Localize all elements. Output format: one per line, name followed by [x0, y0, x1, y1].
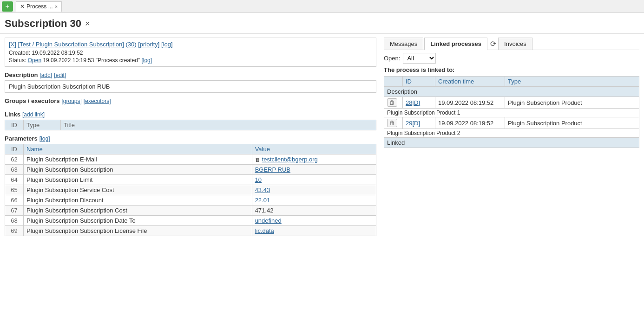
description-add-link[interactable]: [add]	[40, 72, 53, 78]
info-section: [X] [Test / Plugin Subscription Subscrip…	[5, 38, 376, 67]
linked-trash-cell: 🗑	[384, 97, 403, 109]
param-value-link[interactable]: 22.01	[255, 197, 270, 204]
linked-desc-row: Plugin Subscription Product 2	[384, 129, 639, 138]
right-panel: Messages Linked processes ⟳ Invoices Ope…	[384, 38, 639, 303]
param-value-link[interactable]: lic.data	[255, 227, 274, 234]
status-log[interactable]: [log]	[141, 57, 152, 64]
breadcrumb-30[interactable]: (30)	[126, 41, 137, 48]
param-value-link[interactable]: 10	[255, 176, 262, 183]
links-col-type: Type	[24, 120, 61, 130]
tab-label: Process ...	[26, 3, 53, 10]
breadcrumb-x[interactable]: [X]	[9, 41, 16, 48]
param-value: BGERP RUB	[252, 165, 376, 175]
refresh-button[interactable]: ⟳	[488, 39, 498, 48]
created-value: 19.09.2022 08:19:52	[32, 50, 83, 56]
links-label: Links [add link]	[5, 111, 376, 118]
param-name: Plugin Subscription Subscription License…	[24, 226, 252, 236]
description-label: Description [add] [edit]	[5, 71, 376, 78]
param-value: 10	[252, 175, 376, 185]
linked-id: 28[D]	[403, 97, 435, 109]
tab-messages[interactable]: Messages	[384, 38, 423, 50]
parameters-table: ID Name Value 62Plugin Subscription E-Ma…	[5, 144, 376, 236]
param-name: Plugin Subscription Service Cost	[24, 185, 252, 195]
param-name: Plugin Subscription Discount	[24, 195, 252, 206]
status-link[interactable]: Open	[28, 57, 41, 64]
table-row: 68Plugin Subscription Subscription Date …	[5, 216, 376, 226]
param-value: 471.42	[252, 206, 376, 216]
linked-description: Plugin Subscription Product 1	[384, 109, 639, 117]
linked-type: Plugin Subscription Product	[505, 97, 639, 109]
trash-icon[interactable]: 🗑	[255, 157, 260, 162]
param-value: 22.01	[252, 195, 376, 206]
created-label: Created:	[9, 50, 30, 56]
filter-label: Open:	[384, 55, 400, 62]
linked-desc-row: Plugin Subscription Product 1	[384, 109, 639, 117]
process-tab[interactable]: ✕ Process ... ×	[16, 1, 62, 12]
description-value: Plugin Subscription Subscription RUB	[5, 80, 376, 93]
table-row: 🗑29[D]19.09.2022 08:19:52Plugin Subscrip…	[384, 117, 639, 129]
param-name: Plugin Subscription Subscription	[24, 165, 252, 175]
param-value-link[interactable]: undefined	[255, 217, 282, 224]
table-row: 63Plugin Subscription SubscriptionBGERP …	[5, 165, 376, 175]
param-value: 43.43	[252, 185, 376, 195]
param-name: Plugin Subscription Subscription Date To	[24, 216, 252, 226]
linked-trash-button[interactable]: 🗑	[387, 119, 397, 127]
links-col-title: Title	[61, 120, 376, 130]
linked-section-linked: Linked	[384, 138, 639, 148]
links-table: ID Type Title	[5, 120, 376, 130]
description-edit-link[interactable]: [edit]	[54, 72, 66, 78]
param-name: Plugin Subscription E-Mail	[24, 154, 252, 165]
filter-select[interactable]: All Open Closed	[403, 53, 436, 64]
linked-id: 29[D]	[403, 117, 435, 129]
linked-section-description: Description	[384, 87, 639, 97]
linked-trash-button[interactable]: 🗑	[387, 98, 397, 107]
left-panel: [X] [Test / Plugin Subscription Subscrip…	[5, 38, 376, 303]
param-id: 68	[5, 216, 24, 226]
breadcrumb-priority[interactable]: [priority]	[138, 41, 159, 48]
tab-invoices[interactable]: Invoices	[498, 38, 532, 50]
links-section: Links [add link] ID Type Title	[5, 111, 376, 130]
lp-col-empty	[384, 77, 403, 87]
tab-linked-processes[interactable]: Linked processes	[424, 38, 487, 50]
param-value: 🗑testclient@bgerp.org	[252, 154, 376, 165]
tab-close-button[interactable]: ×	[55, 4, 58, 9]
add-link-button[interactable]: [add link]	[22, 111, 45, 118]
table-row: 69Plugin Subscription Subscription Licen…	[5, 226, 376, 236]
breadcrumb-log[interactable]: [log]	[161, 41, 173, 48]
param-id: 62	[5, 154, 24, 165]
param-col-name: Name	[24, 144, 252, 154]
param-value: undefined	[252, 216, 376, 226]
parameters-log-link[interactable]: [log]	[39, 135, 50, 142]
parameters-section: Parameters [log] ID Name Value 62Plugin …	[5, 135, 376, 236]
param-value-link[interactable]: testclient@bgerp.org	[262, 156, 318, 163]
linked-id-link[interactable]: 28[D]	[406, 99, 420, 106]
page-header: Subscription 30 ×	[0, 13, 644, 34]
table-row: 65Plugin Subscription Service Cost43.43	[5, 185, 376, 195]
breadcrumb: [X] [Test / Plugin Subscription Subscrip…	[9, 41, 372, 48]
status-info: Status: Open 19.09.2022 10:19:53 "Proces…	[9, 57, 372, 64]
executors-link[interactable]: [executors]	[84, 98, 111, 104]
breadcrumb-path[interactable]: [Test / Plugin Subscription Subscription…	[18, 41, 124, 48]
table-row: 66Plugin Subscription Discount22.01	[5, 195, 376, 206]
parameters-label: Parameters [log]	[5, 135, 376, 142]
page-close-button[interactable]: ×	[85, 19, 90, 29]
param-value-link[interactable]: BGERP RUB	[255, 166, 290, 173]
groups-link[interactable]: [groups]	[61, 98, 81, 104]
linked-description: Plugin Subscription Product 2	[384, 129, 639, 138]
description-section: Description [add] [edit] Plugin Subscrip…	[5, 71, 376, 93]
linked-time: 19.09.2022 08:19:52	[435, 117, 505, 129]
param-id: 69	[5, 226, 24, 236]
param-value-link[interactable]: 43.43	[255, 186, 270, 193]
param-id: 63	[5, 165, 24, 175]
table-row: 🗑28[D]19.09.2022 08:19:52Plugin Subscrip…	[384, 97, 639, 109]
new-button[interactable]: +	[2, 1, 13, 12]
table-row: 62Plugin Subscription E-Mail🗑testclient@…	[5, 154, 376, 165]
linked-type: Plugin Subscription Product	[505, 117, 639, 129]
linked-processes-table: ID Creation time Type Description🗑28[D]1…	[384, 76, 639, 148]
tabs-row: Messages Linked processes ⟳ Invoices	[384, 38, 639, 50]
param-id: 64	[5, 175, 24, 185]
param-value: lic.data	[252, 226, 376, 236]
linked-id-link[interactable]: 29[D]	[406, 120, 420, 127]
table-row: 64Plugin Subscription Limit10	[5, 175, 376, 185]
table-row: 67Plugin Subscription Subscription Cost4…	[5, 206, 376, 216]
